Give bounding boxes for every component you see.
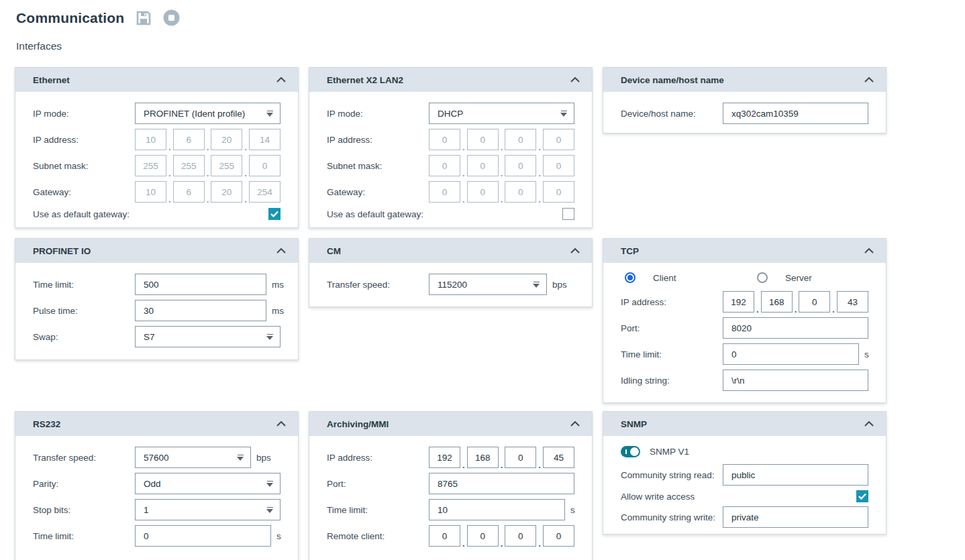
- community-string-write-input[interactable]: [723, 506, 868, 528]
- ip-octet-4[interactable]: [837, 291, 868, 313]
- server-radio[interactable]: [757, 272, 768, 283]
- chevron-up-icon[interactable]: [863, 76, 875, 84]
- ip-octet-2[interactable]: [467, 129, 499, 150]
- subnet-octet-3[interactable]: [211, 155, 242, 176]
- remote-octet-3[interactable]: [505, 525, 536, 547]
- selected-value: PROFINET (Ident profile): [144, 109, 245, 119]
- field-label: Parity:: [33, 479, 135, 489]
- chevron-up-icon[interactable]: [275, 76, 287, 84]
- panel-title: Ethernet X2 LAN2: [327, 75, 403, 85]
- subnet-octet-3[interactable]: [505, 155, 536, 176]
- ip-octet-4[interactable]: [543, 447, 574, 468]
- gateway-octet-2[interactable]: [467, 181, 499, 203]
- chevron-up-icon[interactable]: [275, 420, 287, 428]
- ip-octet-1[interactable]: [723, 291, 754, 313]
- transfer-speed-select[interactable]: 115200: [429, 274, 547, 295]
- panel-ethernet-header[interactable]: Ethernet: [15, 68, 298, 92]
- panel-rs232-header[interactable]: RS232: [15, 412, 298, 436]
- panel-snmp: SNMP SNMP V1 Community string read: Allo…: [603, 411, 886, 535]
- field-label: Community string read:: [621, 470, 723, 480]
- panel-archiving-mmi: Archiving/MMI IP address: . . . Port:: [309, 411, 593, 560]
- panel-ethernet-x2-header[interactable]: Ethernet X2 LAN2: [309, 68, 592, 92]
- subnet-octet-1[interactable]: [135, 155, 166, 176]
- panel-tcp-header[interactable]: TCP: [603, 239, 886, 263]
- page-header: Communication: [16, 9, 180, 26]
- snmp-v1-toggle[interactable]: [621, 446, 640, 457]
- subnet-octet-2[interactable]: [467, 155, 499, 176]
- gateway-octet-4[interactable]: [543, 181, 574, 203]
- gateway-octet-3[interactable]: [211, 181, 242, 203]
- ip-address-octets: . . .: [723, 291, 868, 313]
- ip-octet-4[interactable]: [543, 129, 574, 150]
- ip-octet-4[interactable]: [249, 129, 281, 150]
- ip-octet-1[interactable]: [429, 129, 460, 150]
- remote-octet-2[interactable]: [467, 525, 499, 547]
- stop-button[interactable]: [163, 9, 180, 26]
- communication-page: Communication Interfaces Ethernet: [0, 0, 965, 560]
- tcp-mode-radio-group: Client Server: [621, 271, 868, 284]
- chevron-up-icon[interactable]: [863, 247, 875, 255]
- device-host-name-input[interactable]: [723, 103, 868, 124]
- panel-profinet-io-header[interactable]: PROFINET IO: [15, 239, 298, 263]
- transfer-speed-select[interactable]: 57600: [135, 447, 251, 468]
- chevron-up-icon[interactable]: [569, 420, 581, 428]
- subnet-octet-4[interactable]: [249, 155, 281, 176]
- ip-octet-1[interactable]: [135, 129, 166, 150]
- ip-octet-3[interactable]: [505, 447, 536, 468]
- panel-ethernet-x2: Ethernet X2 LAN2 IP mode: DHCP IP addres…: [309, 67, 593, 228]
- ip-octet-3[interactable]: [505, 129, 536, 150]
- use-default-gateway-checkbox[interactable]: [268, 208, 281, 220]
- ip-mode-select[interactable]: DHCP: [429, 103, 574, 124]
- field-label: IP mode:: [327, 109, 429, 119]
- gateway-octet-2[interactable]: [173, 181, 205, 203]
- ip-octet-3[interactable]: [799, 291, 830, 313]
- client-radio[interactable]: [625, 272, 636, 283]
- ip-octet-2[interactable]: [173, 129, 205, 150]
- ip-octet-2[interactable]: [467, 447, 499, 468]
- panel-archiving-mmi-header[interactable]: Archiving/MMI: [309, 412, 592, 436]
- stop-bits-select[interactable]: 1: [135, 499, 281, 520]
- panel-title: PROFINET IO: [33, 246, 91, 256]
- dropdown-arrow-icon: [266, 507, 273, 513]
- gateway-octets: . . .: [429, 181, 574, 203]
- panel-snmp-header[interactable]: SNMP: [603, 412, 886, 436]
- time-limit-input[interactable]: [135, 274, 266, 295]
- panel-cm-header[interactable]: CM: [309, 239, 592, 263]
- allow-write-access-checkbox[interactable]: [856, 490, 868, 502]
- field-label: Time limit:: [621, 349, 723, 359]
- parity-select[interactable]: Odd: [135, 473, 281, 494]
- port-input[interactable]: [723, 317, 868, 339]
- gateway-octet-3[interactable]: [505, 181, 536, 203]
- panel-device-name-header[interactable]: Device name/host name: [603, 68, 886, 92]
- remote-octet-1[interactable]: [429, 525, 460, 547]
- save-button[interactable]: [136, 11, 151, 25]
- ip-octet-3[interactable]: [211, 129, 242, 150]
- remote-octet-4[interactable]: [543, 525, 574, 547]
- time-limit-input[interactable]: [135, 525, 271, 547]
- time-limit-input[interactable]: [723, 343, 859, 365]
- chevron-up-icon[interactable]: [569, 247, 581, 255]
- pulse-time-input[interactable]: [135, 300, 266, 321]
- ip-octet-1[interactable]: [429, 447, 460, 468]
- field-label: IP mode:: [33, 109, 135, 119]
- gateway-octet-1[interactable]: [135, 181, 166, 203]
- community-string-read-input[interactable]: [723, 464, 868, 486]
- ip-octet-2[interactable]: [761, 291, 793, 313]
- time-limit-input[interactable]: [429, 499, 565, 520]
- ip-mode-select[interactable]: PROFINET (Ident profile): [135, 103, 281, 124]
- port-input[interactable]: [429, 473, 574, 494]
- chevron-up-icon[interactable]: [569, 76, 581, 84]
- server-radio-label: Server: [785, 273, 812, 283]
- subnet-octet-4[interactable]: [543, 155, 574, 176]
- gateway-octet-1[interactable]: [429, 181, 460, 203]
- field-label: Port:: [327, 479, 429, 489]
- unit-label: s: [864, 349, 869, 359]
- chevron-up-icon[interactable]: [863, 420, 875, 428]
- subnet-octet-2[interactable]: [173, 155, 205, 176]
- subnet-octet-1[interactable]: [429, 155, 460, 176]
- idling-string-input[interactable]: [723, 370, 868, 391]
- chevron-up-icon[interactable]: [275, 247, 287, 255]
- gateway-octet-4[interactable]: [249, 181, 281, 203]
- swap-select[interactable]: S7: [135, 326, 281, 347]
- use-default-gateway-checkbox[interactable]: [562, 208, 574, 220]
